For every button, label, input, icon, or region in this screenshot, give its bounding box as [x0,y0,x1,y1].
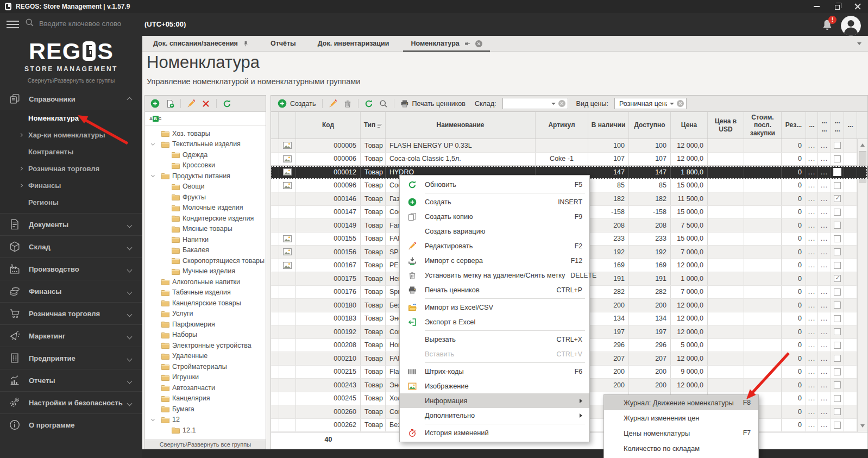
type-cell[interactable]: Товар [361,339,386,352]
empty-cell[interactable] [844,419,857,432]
type-cell[interactable]: Товар [361,246,386,259]
price-usd-cell[interactable] [708,192,744,205]
tree-item-Скоропортящиеся товары[interactable]: Скоропортящиеся товары [145,255,266,266]
available-cell[interactable]: 191 [629,272,671,285]
price-usd-cell[interactable] [708,272,744,285]
available-cell[interactable]: 169 [629,259,671,272]
checkbox[interactable] [834,381,841,388]
dots-cell[interactable]: ... [806,139,818,152]
dots-cell[interactable]: ... [818,419,831,432]
column-header-Рез...[interactable]: Рез... [782,112,806,139]
image-cell[interactable] [279,299,296,312]
add-group-button[interactable] [150,99,160,108]
price-usd-cell[interactable] [708,286,744,299]
tree-item-Мучные изделия[interactable]: Мучные изделия [145,266,266,277]
dots-cell[interactable]: ... [806,259,818,272]
tree-footer-toggle[interactable]: Свернуть\Развернуть все группы [145,440,266,449]
menu-item-Экспорт в Excel[interactable]: Экспорт в Excel [400,315,589,329]
tree-item-12.1[interactable]: 12.1 [145,425,266,436]
checkbox-cell[interactable] [831,392,844,405]
checkbox[interactable] [834,262,841,269]
empty-cell[interactable] [844,339,857,352]
reserve-cell[interactable]: 0 [782,299,806,312]
dots-cell[interactable]: ... [818,192,831,205]
user-avatar[interactable] [841,16,861,36]
submenu-item-Цены номенклатуры[interactable]: Цены номенклатурыF7 [604,425,758,441]
checkbox[interactable] [834,155,841,162]
dots-cell[interactable]: ... [818,339,831,352]
checkbox[interactable] [834,342,841,349]
code-cell[interactable]: 000243 [296,379,361,392]
code-cell[interactable]: 000215 [296,366,361,379]
vertical-scrollbar[interactable] [857,139,867,432]
dots-cell[interactable]: ... [818,153,831,166]
column-header-...[interactable]: ... [844,112,857,139]
dots-cell[interactable]: ... [806,179,818,192]
column-header-col0[interactable] [271,112,279,139]
sidebar-item-Отчеты[interactable]: Отчеты [0,369,142,391]
checkbox-cell[interactable] [831,139,844,152]
available-cell[interactable]: 200 [629,379,671,392]
dots-cell[interactable]: ... [806,392,818,405]
checkbox[interactable] [833,168,841,176]
tree-item-Мясные товары[interactable]: Мясные товары [145,224,266,235]
available-cell[interactable]: -158 [629,206,671,219]
tree-item-Электронные устройства[interactable]: Электронные устройства [145,340,266,351]
menu-item-Дополнительно[interactable]: Дополнительно [400,408,589,423]
notifications-button[interactable]: ! [820,18,834,35]
sidebar-item-О программе[interactable]: О программе [0,414,142,436]
price-cell[interactable]: 11 500,0 [671,192,708,205]
tab-overflow-chevron-icon[interactable] [857,42,861,45]
menu-item-Импорт из Excel/CSV[interactable]: Импорт из Excel/CSV [400,300,589,315]
qty-cell[interactable]: 134 [588,312,629,325]
last-cost-cell[interactable] [744,219,782,232]
menu-item-Импорт с сервера[interactable]: Импорт с сервераF12 [400,253,589,268]
available-cell[interactable]: 208 [629,219,671,232]
tree-item-Фрукты[interactable]: Фрукты [145,192,266,203]
code-cell[interactable]: 000192 [296,325,361,338]
empty-cell[interactable] [844,246,857,259]
checkbox[interactable] [834,422,841,429]
tree-item-Текстильные изделия[interactable]: Текстильные изделия [145,139,266,150]
scroll-up-arrow[interactable] [860,143,865,147]
price-cell[interactable]: 1 000,0 [671,272,708,285]
dots-cell[interactable]: ... [806,379,818,392]
empty-cell[interactable] [844,286,857,299]
checkbox-cell[interactable] [831,179,844,192]
image-cell[interactable] [279,379,296,392]
checkbox-cell[interactable] [831,299,844,312]
close-button[interactable] [847,0,868,13]
checkbox-cell[interactable] [831,339,844,352]
type-cell[interactable]: Товар [361,419,386,432]
reserve-cell[interactable]: 0 [782,139,806,152]
empty-cell[interactable] [844,325,857,338]
tree-item-Удаленные[interactable]: Удаленные [145,351,266,362]
checkbox[interactable] [834,222,841,229]
sidebar-item-Финансы[interactable]: Финансы [0,280,142,302]
qty-cell[interactable]: 208 [588,219,629,232]
price-usd-cell[interactable] [708,179,744,192]
code-cell[interactable]: 000147 [296,206,361,219]
tree-item-Кроссовки[interactable]: Кроссовки [145,160,266,171]
code-cell[interactable]: 000262 [296,419,361,432]
last-cost-cell[interactable] [744,153,782,166]
code-cell[interactable]: 000175 [296,272,361,285]
checkbox[interactable] [834,195,841,202]
tree-item-Канцелярские товары[interactable]: Канцелярские товары [145,298,266,309]
sidebar-item-Хар-ки номенклатуры[interactable]: Хар-ки номенклатуры [0,127,142,143]
checkbox[interactable] [834,328,841,335]
price-usd-cell[interactable] [708,219,744,232]
reserve-cell[interactable]: 0 [782,179,806,192]
dots-cell[interactable]: ... [806,312,818,325]
reserve-cell[interactable]: 0 [782,206,806,219]
last-cost-cell[interactable] [744,352,782,365]
tree-item-Услуги[interactable]: Услуги [145,309,266,319]
available-cell[interactable]: 134 [629,312,671,325]
column-header-... ...[interactable]: ... ... [818,112,831,139]
dots-cell[interactable]: ... [818,405,831,418]
checkbox[interactable] [834,408,841,415]
checkbox[interactable] [834,248,841,255]
column-header-...[interactable]: ... [806,112,818,139]
checkbox-cell[interactable] [831,325,844,338]
last-cost-cell[interactable] [744,272,782,285]
